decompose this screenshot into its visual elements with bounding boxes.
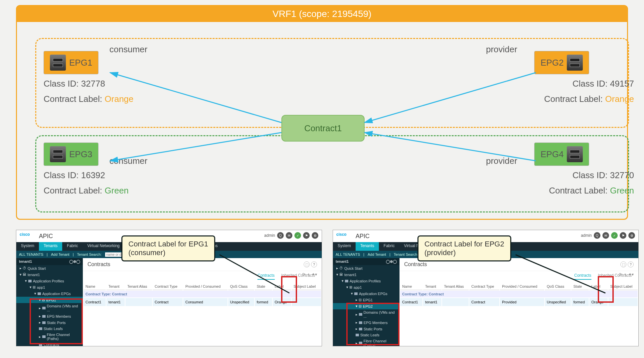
col-qos[interactable]: QoS Class [545, 283, 571, 290]
epg2-label: Contract Label: Orange [534, 93, 634, 105]
all-tenants-link[interactable]: ALL TENANTS [336, 252, 360, 256]
col-state[interactable]: State [571, 283, 589, 290]
health-icon[interactable]: ✓ [294, 232, 301, 239]
server-icon [50, 146, 66, 162]
epg1-name: EPG1 [69, 58, 92, 68]
feedback-icon[interactable]: ✉ [602, 232, 609, 239]
callout-epg1: Contract Label for EPG1(consumer) [121, 235, 215, 261]
epg1-role: consumer [109, 44, 147, 55]
nav-vnet[interactable]: Virtual Networking [82, 242, 124, 251]
col-tenant[interactable]: Tenant [423, 283, 441, 290]
tree-app-epgs[interactable]: ▾ Application EPGs [16, 290, 83, 297]
sidebar-root: tenant1 [336, 259, 349, 264]
server-icon [50, 55, 66, 71]
redbox-tree-right [346, 303, 400, 345]
help-icon[interactable]: ? [311, 261, 317, 267]
callout-epg2: Contract Label for EPG2(provider) [417, 235, 511, 261]
vrf-box: VRF1 (scope: 2195459) EPG1 Class ID: 327… [16, 5, 628, 220]
tools-icon[interactable]: ✦▾ [628, 272, 634, 277]
help-icon[interactable]: ? [628, 261, 634, 267]
col-alias[interactable]: Tenant Alias [442, 283, 469, 290]
settings-icon[interactable]: ⚙ [312, 232, 318, 239]
all-tenants-link[interactable]: ALL TENANTS [19, 252, 43, 256]
col-ctype[interactable]: Contract Type [469, 283, 499, 290]
epg3-role: consumer [109, 156, 147, 166]
refresh-icon[interactable]: ⟳ [302, 272, 305, 277]
col-name[interactable]: Name [83, 283, 106, 290]
refresh-icon[interactable]: ⟳ [619, 272, 622, 277]
epg3-classid: Class ID: 16392 [44, 169, 143, 181]
nav-fabric[interactable]: Fabric [379, 242, 399, 251]
epg1-classid: Class ID: 32778 [44, 78, 143, 90]
tree-quickstart[interactable]: ▸ ⏱ Quick Start [16, 265, 83, 271]
alerts-icon[interactable]: ⚑ [620, 232, 626, 239]
tab-contracts[interactable]: Contracts [257, 273, 274, 280]
add-icon[interactable]: + [624, 272, 626, 277]
search-icon[interactable]: Q [277, 232, 284, 239]
apic-user-area: admin Q ✉ ✓ ⚑ ⚙ [581, 232, 635, 239]
add-icon[interactable]: + [307, 272, 310, 277]
sidebar-root: tenant1 [19, 259, 32, 264]
col-state[interactable]: State [255, 283, 272, 290]
tree-app-profiles[interactable]: ▾ Application Profiles [333, 278, 400, 284]
cisco-brand: cisco [20, 232, 30, 237]
policy-icon[interactable]: ⬚ [620, 261, 626, 267]
apic-user[interactable]: admin [581, 233, 592, 238]
epg2-classid: Class ID: 49157 [534, 78, 634, 90]
apic-title: APIC [356, 233, 370, 240]
tree-tenant1[interactable]: ▾ 🏛 tenant1 [16, 271, 83, 278]
epg2-node: EPG2 Class ID: 49157 Contract Label: Ora… [534, 51, 634, 105]
diagram-container: VRF1 (scope: 2195459) EPG1 Class ID: 327… [7, 3, 637, 355]
tenant-search-label: Tenant Search: [77, 252, 102, 256]
epg4-label: Contract Label: Green [534, 184, 634, 196]
nav-tenants[interactable]: Tenants [356, 242, 379, 251]
col-tenant[interactable]: Tenant [106, 283, 125, 290]
tree-app-profiles[interactable]: ▾ Application Profiles [16, 278, 83, 284]
policy-icon[interactable]: ⬚ [304, 261, 310, 267]
feedback-icon[interactable]: ✉ [286, 232, 292, 239]
contract1-node: Contract1 [281, 115, 365, 142]
server-icon [567, 55, 583, 71]
tenant-search-label: Tenant Search: [394, 252, 418, 256]
epg3-box: EPG3 [44, 143, 98, 166]
apic-user[interactable]: admin [264, 233, 275, 238]
vrf-title: VRF1 (scope: 2195459) [17, 6, 627, 22]
tab-contracts[interactable]: Contracts [574, 273, 591, 280]
tree-app1[interactable]: ▾ ⊞ app1 [333, 284, 400, 290]
sidebar-tools[interactable]: ◯⊕◯ [69, 259, 80, 264]
redbox-label-left [281, 276, 297, 303]
add-tenant-link[interactable]: Add Tenant [368, 252, 386, 256]
epg4-classid: Class ID: 32770 [534, 169, 634, 181]
settings-icon[interactable]: ⚙ [628, 232, 635, 239]
epg2-name: EPG2 [541, 58, 564, 68]
col-pc[interactable]: Provided / Consumed [500, 283, 544, 290]
epg4-box: EPG4 [534, 143, 589, 166]
col-name[interactable]: Name [400, 283, 422, 290]
tree-app1[interactable]: ▾ ⊞ app1 [16, 284, 83, 290]
nav-tenants[interactable]: Tenants [39, 242, 62, 251]
add-tenant-link[interactable]: Add Tenant [51, 252, 69, 256]
col-pc[interactable]: Provided / Consumed [183, 283, 227, 290]
tools-icon[interactable]: ✦▾ [312, 272, 317, 277]
col-ctype[interactable]: Contract Type [153, 283, 183, 290]
nav-system[interactable]: System [333, 242, 356, 251]
health-icon[interactable]: ✓ [611, 232, 618, 239]
alerts-icon[interactable]: ⚑ [303, 232, 310, 239]
tree-app-epgs[interactable]: ▾ Application EPGs [333, 290, 400, 297]
tree-tenant1[interactable]: ▾ 🏛 tenant1 [333, 271, 400, 278]
epg4-name: EPG4 [541, 149, 564, 160]
nav-fabric[interactable]: Fabric [62, 242, 82, 251]
col-qos[interactable]: QoS Class [228, 283, 254, 290]
epg3-node: EPG3 Class ID: 16392 Contract Label: Gre… [44, 143, 143, 197]
search-icon[interactable]: Q [594, 232, 600, 239]
tree-epg1-item[interactable]: ▸ ⊟ EPG1 [333, 297, 400, 303]
tree-quickstart[interactable]: ▸ ⏱ Quick Start [333, 265, 400, 271]
nav-system[interactable]: System [16, 242, 39, 251]
epg2-role: provider [486, 44, 517, 55]
sidebar-tools[interactable]: ◯⊕◯ [386, 259, 397, 264]
col-alias[interactable]: Tenant Alias [125, 283, 152, 290]
epg4-role: provider [486, 156, 517, 166]
epg3-label: Contract Label: Green [44, 184, 143, 196]
epg2-box: EPG2 [534, 51, 589, 74]
apic-user-area: admin Q ✉ ✓ ⚑ ⚙ [264, 232, 318, 239]
